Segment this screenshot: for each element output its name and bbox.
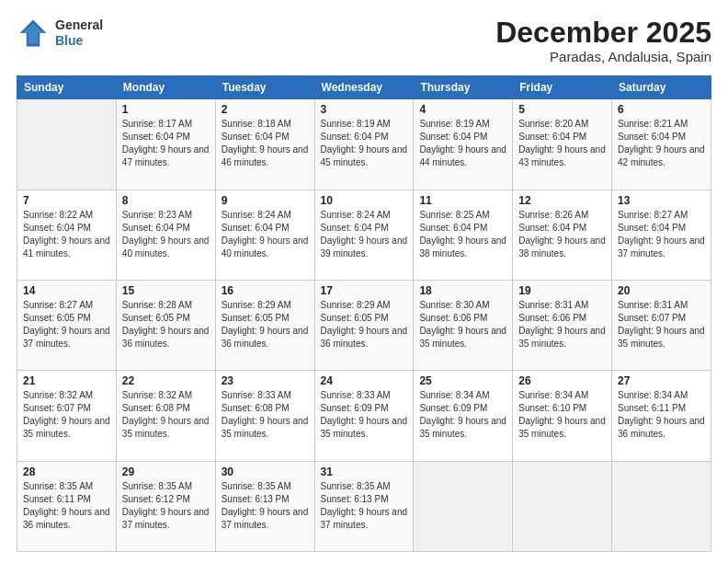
page: General Blue December 2025 Paradas, Anda… <box>0 0 728 563</box>
day-info: Sunrise: 8:17 AM Sunset: 6:04 PM Dayligh… <box>122 118 210 169</box>
day-info: Sunrise: 8:35 AM Sunset: 6:13 PM Dayligh… <box>222 480 309 532</box>
day-number: 17 <box>321 284 408 297</box>
calendar-cell: 29Sunrise: 8:35 AM Sunset: 6:12 PM Dayli… <box>116 461 215 551</box>
day-number: 29 <box>122 465 210 478</box>
calendar-header-row: Sunday Monday Tuesday Wednesday Thursday… <box>17 76 711 99</box>
calendar-cell: 8Sunrise: 8:23 AM Sunset: 6:04 PM Daylig… <box>116 190 215 280</box>
day-number: 6 <box>618 103 705 116</box>
day-info: Sunrise: 8:28 AM Sunset: 6:05 PM Dayligh… <box>122 299 210 350</box>
header-friday: Friday <box>513 76 612 99</box>
calendar-cell <box>513 461 612 551</box>
calendar-cell: 1Sunrise: 8:17 AM Sunset: 6:04 PM Daylig… <box>116 99 215 190</box>
calendar-cell: 14Sunrise: 8:27 AM Sunset: 6:05 PM Dayli… <box>17 280 117 370</box>
header-saturday: Saturday <box>612 76 711 99</box>
header-monday: Monday <box>116 76 215 99</box>
calendar-cell: 2Sunrise: 8:18 AM Sunset: 6:04 PM Daylig… <box>215 99 314 190</box>
calendar-cell: 21Sunrise: 8:32 AM Sunset: 6:07 PM Dayli… <box>17 371 117 461</box>
day-info: Sunrise: 8:31 AM Sunset: 6:06 PM Dayligh… <box>518 299 606 350</box>
calendar-cell: 16Sunrise: 8:29 AM Sunset: 6:05 PM Dayli… <box>215 280 314 370</box>
calendar-cell: 28Sunrise: 8:35 AM Sunset: 6:11 PM Dayli… <box>17 461 117 551</box>
calendar-cell: 18Sunrise: 8:30 AM Sunset: 6:06 PM Dayli… <box>414 280 513 370</box>
day-info: Sunrise: 8:25 AM Sunset: 6:04 PM Dayligh… <box>419 209 506 260</box>
calendar-cell <box>612 461 711 551</box>
day-info: Sunrise: 8:34 AM Sunset: 6:11 PM Dayligh… <box>618 389 705 441</box>
day-info: Sunrise: 8:19 AM Sunset: 6:04 PM Dayligh… <box>321 118 408 169</box>
day-info: Sunrise: 8:30 AM Sunset: 6:06 PM Dayligh… <box>419 299 506 350</box>
day-number: 20 <box>618 284 705 297</box>
day-number: 14 <box>23 284 110 297</box>
calendar-cell: 25Sunrise: 8:34 AM Sunset: 6:09 PM Dayli… <box>414 371 513 461</box>
day-info: Sunrise: 8:32 AM Sunset: 6:08 PM Dayligh… <box>122 389 210 441</box>
day-info: Sunrise: 8:33 AM Sunset: 6:09 PM Dayligh… <box>321 389 408 441</box>
calendar-cell: 12Sunrise: 8:26 AM Sunset: 6:04 PM Dayli… <box>513 190 612 280</box>
calendar-subtitle: Paradas, Andalusia, Spain <box>495 49 711 64</box>
day-info: Sunrise: 8:32 AM Sunset: 6:07 PM Dayligh… <box>23 389 110 441</box>
day-number: 22 <box>122 374 210 387</box>
day-number: 8 <box>122 194 210 207</box>
day-info: Sunrise: 8:35 AM Sunset: 6:12 PM Dayligh… <box>122 480 210 532</box>
day-number: 23 <box>222 374 309 387</box>
header-tuesday: Tuesday <box>215 76 314 99</box>
header-sunday: Sunday <box>17 76 117 99</box>
calendar-cell: 23Sunrise: 8:33 AM Sunset: 6:08 PM Dayli… <box>215 371 314 461</box>
calendar-table: Sunday Monday Tuesday Wednesday Thursday… <box>17 75 711 552</box>
calendar-cell: 27Sunrise: 8:34 AM Sunset: 6:11 PM Dayli… <box>612 371 711 461</box>
calendar-cell: 5Sunrise: 8:20 AM Sunset: 6:04 PM Daylig… <box>513 99 612 190</box>
day-number: 25 <box>419 374 506 387</box>
logo-blue-text: Blue <box>55 33 103 49</box>
header-wednesday: Wednesday <box>314 76 414 99</box>
calendar-cell: 17Sunrise: 8:29 AM Sunset: 6:05 PM Dayli… <box>314 280 414 370</box>
day-number: 3 <box>321 103 408 116</box>
calendar-week-row: 7Sunrise: 8:22 AM Sunset: 6:04 PM Daylig… <box>17 190 711 280</box>
day-number: 4 <box>419 103 506 116</box>
logo-text: General Blue <box>55 17 103 49</box>
day-number: 26 <box>518 374 606 387</box>
logo: General Blue <box>17 17 103 50</box>
day-number: 2 <box>222 103 309 116</box>
calendar-week-row: 28Sunrise: 8:35 AM Sunset: 6:11 PM Dayli… <box>17 461 711 551</box>
calendar-week-row: 14Sunrise: 8:27 AM Sunset: 6:05 PM Dayli… <box>17 280 711 370</box>
day-info: Sunrise: 8:29 AM Sunset: 6:05 PM Dayligh… <box>222 299 309 350</box>
day-number: 5 <box>518 103 606 116</box>
day-info: Sunrise: 8:21 AM Sunset: 6:04 PM Dayligh… <box>618 118 705 169</box>
logo-icon <box>17 17 50 50</box>
day-number: 1 <box>122 103 210 116</box>
calendar-cell: 7Sunrise: 8:22 AM Sunset: 6:04 PM Daylig… <box>17 190 117 280</box>
day-info: Sunrise: 8:33 AM Sunset: 6:08 PM Dayligh… <box>222 389 309 441</box>
day-info: Sunrise: 8:18 AM Sunset: 6:04 PM Dayligh… <box>222 118 309 169</box>
day-number: 9 <box>222 194 309 207</box>
day-number: 10 <box>321 194 408 207</box>
calendar-cell: 31Sunrise: 8:35 AM Sunset: 6:13 PM Dayli… <box>314 461 414 551</box>
header: General Blue December 2025 Paradas, Anda… <box>17 17 711 64</box>
day-info: Sunrise: 8:35 AM Sunset: 6:13 PM Dayligh… <box>321 480 408 532</box>
svg-marker-1 <box>22 23 43 44</box>
day-info: Sunrise: 8:22 AM Sunset: 6:04 PM Dayligh… <box>23 209 110 260</box>
logo-general-text: General <box>55 17 103 33</box>
day-info: Sunrise: 8:27 AM Sunset: 6:05 PM Dayligh… <box>23 299 110 350</box>
day-info: Sunrise: 8:34 AM Sunset: 6:09 PM Dayligh… <box>419 389 506 441</box>
day-number: 27 <box>618 374 705 387</box>
calendar-cell: 20Sunrise: 8:31 AM Sunset: 6:07 PM Dayli… <box>612 280 711 370</box>
calendar-cell: 24Sunrise: 8:33 AM Sunset: 6:09 PM Dayli… <box>314 371 414 461</box>
calendar-cell: 9Sunrise: 8:24 AM Sunset: 6:04 PM Daylig… <box>215 190 314 280</box>
calendar-week-row: 21Sunrise: 8:32 AM Sunset: 6:07 PM Dayli… <box>17 371 711 461</box>
day-number: 7 <box>23 194 110 207</box>
header-thursday: Thursday <box>414 76 513 99</box>
day-info: Sunrise: 8:24 AM Sunset: 6:04 PM Dayligh… <box>321 209 408 260</box>
calendar-title: December 2025 <box>495 17 711 49</box>
day-number: 31 <box>321 465 408 478</box>
day-number: 11 <box>419 194 506 207</box>
calendar-cell: 13Sunrise: 8:27 AM Sunset: 6:04 PM Dayli… <box>612 190 711 280</box>
day-number: 16 <box>222 284 309 297</box>
day-number: 30 <box>222 465 309 478</box>
calendar-cell: 10Sunrise: 8:24 AM Sunset: 6:04 PM Dayli… <box>314 190 414 280</box>
calendar-cell: 30Sunrise: 8:35 AM Sunset: 6:13 PM Dayli… <box>215 461 314 551</box>
calendar-cell: 6Sunrise: 8:21 AM Sunset: 6:04 PM Daylig… <box>612 99 711 190</box>
calendar-cell: 26Sunrise: 8:34 AM Sunset: 6:10 PM Dayli… <box>513 371 612 461</box>
calendar-cell: 4Sunrise: 8:19 AM Sunset: 6:04 PM Daylig… <box>414 99 513 190</box>
title-block: December 2025 Paradas, Andalusia, Spain <box>495 17 711 64</box>
calendar-cell: 11Sunrise: 8:25 AM Sunset: 6:04 PM Dayli… <box>414 190 513 280</box>
day-info: Sunrise: 8:31 AM Sunset: 6:07 PM Dayligh… <box>618 299 705 350</box>
day-number: 19 <box>518 284 606 297</box>
day-number: 18 <box>419 284 506 297</box>
